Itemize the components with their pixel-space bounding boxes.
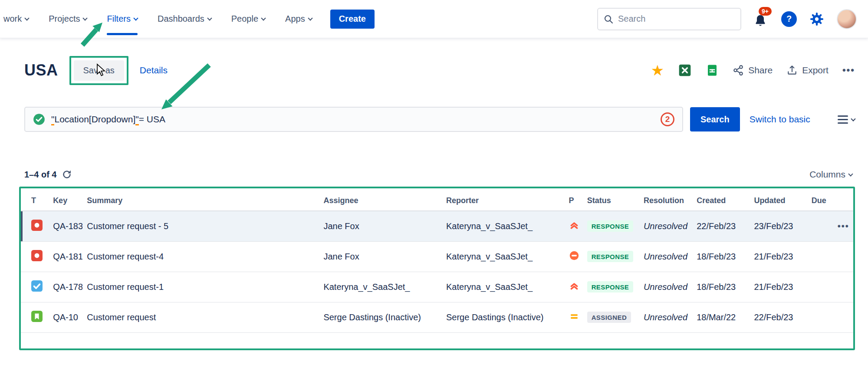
issue-resolution: Unresolved bbox=[639, 272, 692, 302]
issue-summary[interactable]: Customer request-4 bbox=[82, 241, 319, 272]
create-button[interactable]: Create bbox=[330, 10, 375, 29]
nav-item-filters[interactable]: Filters bbox=[107, 0, 137, 38]
settings-gear-icon[interactable] bbox=[809, 11, 825, 27]
export-icon bbox=[786, 65, 798, 76]
issue-summary[interactable]: Customer request - 5 bbox=[82, 211, 319, 241]
table-header-row: T Key Summary Assignee Reporter P Status… bbox=[21, 188, 853, 211]
global-search[interactable] bbox=[597, 8, 741, 30]
favorite-star-icon[interactable]: ★ bbox=[651, 63, 664, 78]
annotation-box-issue-table: T Key Summary Assignee Reporter P Status… bbox=[19, 187, 855, 350]
global-search-input[interactable] bbox=[618, 14, 735, 24]
notifications-button[interactable]: 9+ bbox=[753, 10, 769, 28]
help-button[interactable]: ? bbox=[781, 11, 797, 27]
nav-item-apps[interactable]: Apps bbox=[285, 0, 312, 38]
column-header-type[interactable]: T bbox=[21, 188, 49, 211]
issue-key[interactable]: QA-10 bbox=[49, 302, 82, 332]
excel-export-icon[interactable] bbox=[678, 63, 692, 77]
column-header-resolution[interactable]: Resolution bbox=[639, 188, 692, 211]
priority-blocked-icon bbox=[569, 250, 579, 261]
issue-updated: 22/Feb/23 bbox=[750, 302, 807, 332]
issue-due bbox=[807, 272, 833, 302]
column-header-priority[interactable]: P bbox=[565, 188, 583, 211]
results-count: 1–4 of 4 bbox=[24, 170, 56, 180]
results-toolbar: 1–4 of 4 Columns bbox=[24, 169, 855, 180]
chevron-down-icon bbox=[25, 16, 30, 20]
more-actions-button[interactable]: ••• bbox=[842, 65, 855, 76]
nav-item-projects[interactable]: Projects bbox=[49, 0, 87, 38]
filter-actions: ★ Share bbox=[651, 63, 855, 78]
question-mark-icon: ? bbox=[786, 14, 792, 24]
issue-summary[interactable]: Customer request-1 bbox=[82, 272, 319, 302]
status-badge: RESPONSE bbox=[587, 220, 634, 232]
issue-assignee: Jane Fox bbox=[319, 241, 442, 272]
google-sheets-icon[interactable] bbox=[706, 63, 719, 77]
column-header-due[interactable]: Due bbox=[807, 188, 833, 211]
column-header-summary[interactable]: Summary bbox=[82, 188, 319, 211]
table-row[interactable]: QA-10 Customer request Serge Dastings (I… bbox=[21, 302, 853, 332]
detail-view-toggle[interactable] bbox=[838, 115, 855, 124]
export-button[interactable]: Export bbox=[786, 65, 829, 76]
issue-key[interactable]: QA-183 bbox=[49, 211, 82, 241]
details-link[interactable]: Details bbox=[140, 65, 168, 76]
search-button[interactable]: Search bbox=[690, 107, 740, 131]
refresh-button[interactable] bbox=[62, 169, 72, 180]
table-row[interactable]: QA-181 Customer request-4 Jane Fox Kater… bbox=[21, 241, 853, 272]
error-count-badge[interactable]: 2 bbox=[661, 112, 674, 126]
row-actions-button[interactable]: ••• bbox=[838, 221, 849, 231]
issue-created: 18/Feb/23 bbox=[692, 272, 750, 302]
filter-header: USA Save as Details ★ bbox=[24, 54, 855, 87]
refresh-icon bbox=[62, 169, 72, 180]
column-header-actions bbox=[833, 188, 853, 211]
nav-item-work[interactable]: work bbox=[3, 0, 29, 38]
jql-search-row: "Location[Dropdown]"= USA 2 Search Switc… bbox=[24, 107, 855, 132]
chevron-down-icon bbox=[308, 16, 312, 20]
issue-updated: 21/Feb/23 bbox=[750, 272, 807, 302]
share-button[interactable]: Share bbox=[733, 65, 773, 76]
issue-assignee: Serge Dastings (Inactive) bbox=[319, 302, 442, 332]
save-as-button[interactable]: Save as bbox=[74, 60, 124, 81]
switch-to-basic-link[interactable]: Switch to basic bbox=[750, 114, 810, 125]
jql-query-text: "Location[Dropdown]"= USA bbox=[51, 114, 661, 125]
issue-due bbox=[807, 211, 833, 241]
search-icon bbox=[603, 14, 614, 24]
issue-resolution: Unresolved bbox=[639, 241, 692, 272]
list-view-icon bbox=[838, 115, 848, 124]
task-icon bbox=[31, 280, 43, 292]
issue-due bbox=[807, 241, 833, 272]
bug-icon bbox=[31, 220, 43, 231]
priority-medium-icon bbox=[569, 311, 579, 322]
priority-highest-icon bbox=[569, 220, 579, 230]
nav-item-dashboards[interactable]: Dashboards bbox=[158, 0, 211, 38]
column-header-assignee[interactable]: Assignee bbox=[319, 188, 442, 211]
filter-results-main: USA Save as Details ★ bbox=[0, 38, 868, 350]
issue-assignee: Jane Fox bbox=[319, 211, 442, 241]
issue-reporter: Kateryna_v_SaaSJet_ bbox=[442, 241, 565, 272]
chevron-down-icon bbox=[848, 171, 853, 176]
column-header-updated[interactable]: Updated bbox=[750, 188, 807, 211]
column-header-reporter[interactable]: Reporter bbox=[442, 188, 565, 211]
issue-reporter: Kateryna_v_SaaSJet_ bbox=[442, 211, 565, 241]
column-header-key[interactable]: Key bbox=[49, 188, 82, 211]
column-header-created[interactable]: Created bbox=[692, 188, 750, 211]
table-row[interactable]: QA-178 Customer request-1 Kateryna_v_Saa… bbox=[21, 272, 853, 302]
status-badge: RESPONSE bbox=[587, 281, 634, 292]
status-badge: ASSIGNED bbox=[587, 312, 631, 323]
issue-updated: 23/Feb/23 bbox=[750, 211, 807, 241]
priority-highest-icon bbox=[569, 281, 579, 291]
bug-icon bbox=[31, 250, 43, 261]
jira-filter-page: work Projects Filters Dashboards People … bbox=[0, 0, 868, 368]
nav-item-people[interactable]: People bbox=[231, 0, 265, 38]
story-icon bbox=[31, 311, 43, 322]
issue-key[interactable]: QA-178 bbox=[49, 272, 82, 302]
nav-utilities: 9+ ? bbox=[597, 8, 857, 30]
column-header-status[interactable]: Status bbox=[583, 188, 639, 211]
bell-icon bbox=[753, 14, 767, 28]
issue-resolution: Unresolved bbox=[639, 211, 692, 241]
table-row[interactable]: QA-183 Customer request - 5 Jane Fox Kat… bbox=[21, 211, 853, 241]
share-icon bbox=[733, 65, 744, 76]
jql-input[interactable]: "Location[Dropdown]"= USA 2 bbox=[24, 107, 683, 132]
user-avatar[interactable] bbox=[837, 9, 857, 29]
issue-key[interactable]: QA-181 bbox=[49, 241, 82, 272]
columns-dropdown[interactable]: Columns bbox=[809, 169, 852, 180]
issue-summary[interactable]: Customer request bbox=[82, 302, 319, 332]
